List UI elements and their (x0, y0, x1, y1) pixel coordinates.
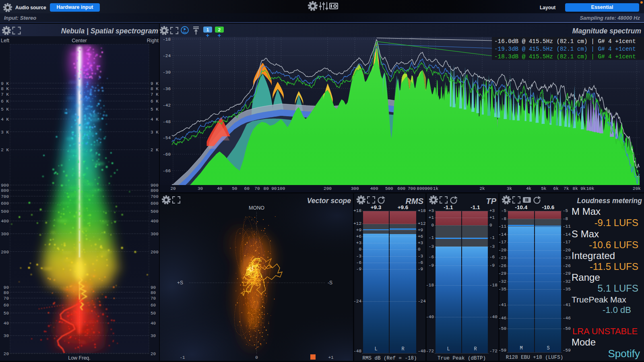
svg-text:20: 20 (170, 186, 175, 191)
svg-text:3k: 3k (507, 186, 512, 191)
svg-text:800: 800 (417, 186, 425, 191)
svg-text:3 K: 3 K (1, 130, 9, 135)
svg-text:400: 400 (370, 186, 378, 191)
svg-text:-42: -42 (163, 103, 171, 108)
svg-text:300: 300 (1, 232, 9, 237)
svg-text:Vector scope: Vector scope (307, 197, 351, 205)
svg-text:600: 600 (1, 201, 9, 206)
svg-text:2 K: 2 K (151, 148, 159, 152)
svg-text:7k: 7k (564, 186, 569, 191)
svg-text:900: 900 (151, 183, 159, 188)
svg-text:60: 60 (4, 303, 9, 308)
svg-text:Nebula | Spatial spectrogram: Nebula | Spatial spectrogram (61, 27, 158, 35)
svg-text:2 K: 2 K (1, 148, 9, 152)
svg-text:0: 0 (255, 355, 258, 360)
svg-text:20: 20 (4, 352, 9, 356)
svg-text:-1: -1 (180, 355, 185, 360)
svg-text:Magnitude spectrum: Magnitude spectrum (572, 27, 641, 35)
svg-text:-18.3dB @ 415.5Hz (82.1 cm) |: -18.3dB @ 415.5Hz (82.1 cm) | G# 4 +1cen… (494, 53, 636, 60)
svg-text:7 K: 7 K (1, 92, 9, 97)
svg-text:10k: 10k (586, 186, 594, 191)
svg-text:600: 600 (397, 186, 405, 191)
svg-text:700: 700 (408, 186, 416, 191)
svg-text:400: 400 (151, 219, 159, 224)
svg-text:1k: 1k (433, 186, 439, 191)
svg-text:8 K: 8 K (151, 86, 159, 91)
svg-text:-30: -30 (163, 70, 171, 75)
svg-text:90: 90 (4, 285, 9, 290)
svg-text:90: 90 (271, 186, 277, 191)
svg-text:80: 80 (4, 290, 9, 295)
svg-text:600: 600 (151, 201, 159, 206)
svg-text:+S: +S (177, 280, 183, 286)
svg-text:900: 900 (425, 186, 433, 191)
svg-text:20k: 20k (633, 186, 641, 191)
svg-text:40: 40 (217, 186, 222, 191)
svg-text:+: + (218, 32, 221, 39)
svg-text:+1: +1 (328, 355, 334, 360)
svg-text:200: 200 (151, 250, 159, 255)
svg-text:-24: -24 (163, 53, 171, 58)
svg-text:70: 70 (254, 186, 260, 191)
svg-text:Center: Center (72, 38, 87, 43)
svg-text:300: 300 (151, 232, 159, 237)
svg-text:6k: 6k (553, 186, 559, 191)
svg-text:70: 70 (151, 296, 156, 301)
svg-text:100: 100 (277, 186, 285, 191)
svg-text:-S: -S (328, 280, 332, 286)
svg-text:+: + (206, 32, 210, 39)
svg-text:800: 800 (1, 188, 9, 193)
svg-text:9 K: 9 K (151, 81, 159, 86)
svg-text:500: 500 (151, 209, 159, 214)
svg-text:-19.3dB @ 415.5Hz (82.1 cm) |: -19.3dB @ 415.5Hz (82.1 cm) | G# 4 +1cen… (494, 46, 636, 52)
svg-text:700: 700 (151, 194, 159, 199)
svg-text:800: 800 (151, 188, 159, 193)
svg-text:300: 300 (351, 186, 359, 191)
svg-text:-36: -36 (163, 86, 171, 91)
svg-text:-48: -48 (163, 119, 171, 124)
svg-text:-60: -60 (163, 152, 171, 157)
svg-text:-16.0dB @ 415.5Hz (82.1 cm) |: -16.0dB @ 415.5Hz (82.1 cm) | G# 4 +1cen… (494, 38, 636, 45)
svg-text:4 K: 4 K (151, 117, 159, 122)
svg-text:-66: -66 (163, 169, 171, 173)
svg-text:9 K: 9 K (1, 81, 9, 86)
svg-text:500: 500 (1, 209, 9, 214)
svg-text:-18: -18 (163, 37, 171, 42)
svg-text:7 K: 7 K (151, 92, 159, 97)
svg-text:400: 400 (1, 219, 9, 224)
svg-text:60: 60 (151, 303, 156, 308)
svg-text:9k: 9k (580, 186, 586, 191)
svg-text:Low Freq.: Low Freq. (68, 355, 91, 361)
svg-text:5k: 5k (541, 186, 547, 191)
svg-text:2k: 2k (479, 186, 485, 191)
svg-text:500: 500 (385, 186, 393, 191)
svg-text:live: live (183, 31, 186, 33)
svg-text:20: 20 (151, 352, 156, 356)
svg-text:30: 30 (198, 186, 203, 191)
svg-text:80: 80 (151, 290, 156, 295)
svg-text:6 K: 6 K (151, 99, 159, 104)
svg-text:900: 900 (1, 183, 9, 188)
svg-text:5 K: 5 K (1, 107, 9, 112)
svg-text:6 K: 6 K (1, 99, 9, 104)
svg-text:50: 50 (151, 311, 156, 316)
svg-text:90: 90 (151, 285, 156, 290)
svg-text:4k: 4k (526, 186, 532, 191)
svg-text:50: 50 (4, 311, 9, 316)
svg-text:40: 40 (151, 321, 156, 326)
svg-text:80: 80 (264, 186, 269, 191)
svg-text:8k: 8k (573, 186, 578, 191)
svg-text:70: 70 (4, 296, 9, 301)
svg-text:5 K: 5 K (151, 107, 159, 112)
svg-text:200: 200 (324, 186, 332, 191)
svg-text:3 K: 3 K (151, 130, 159, 135)
svg-text:40: 40 (4, 321, 9, 326)
svg-text:30: 30 (151, 333, 156, 338)
svg-text:60: 60 (244, 186, 250, 191)
svg-text:Left: Left (1, 38, 9, 43)
svg-text:50: 50 (232, 186, 237, 191)
svg-text:200: 200 (1, 250, 9, 255)
svg-text:MONO: MONO (249, 205, 264, 211)
svg-text:30: 30 (4, 333, 9, 338)
svg-text:700: 700 (1, 194, 9, 199)
